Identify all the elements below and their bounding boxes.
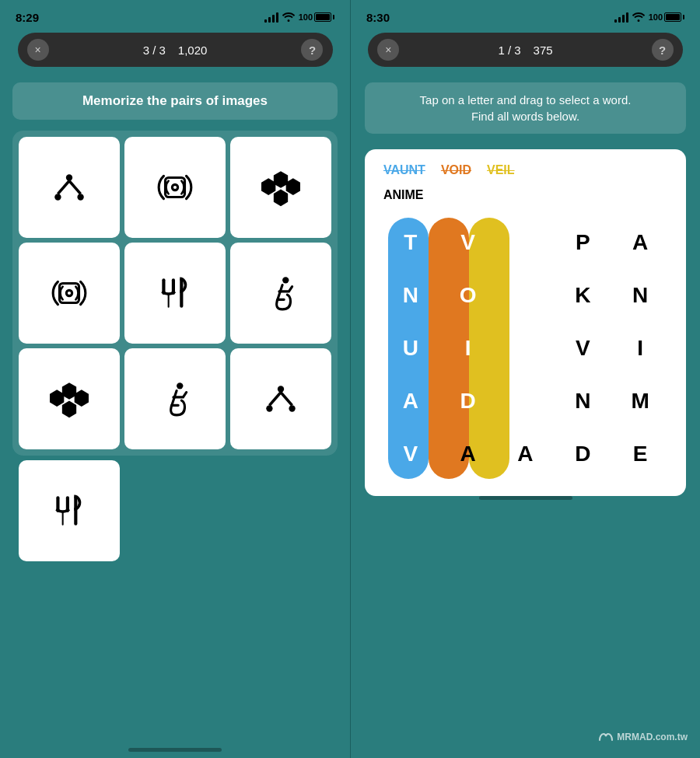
letter-cell-1-3[interactable]: K bbox=[554, 269, 611, 322]
right-signal-icon bbox=[614, 12, 628, 23]
letter-cell-4-1[interactable]: A bbox=[439, 428, 497, 480]
hub-icon-0 bbox=[50, 168, 89, 207]
letter-T: T bbox=[404, 230, 417, 255]
letter-cell-1-0[interactable]: N bbox=[382, 269, 439, 322]
letter-cell-2-4[interactable]: I bbox=[611, 322, 669, 375]
letter-cell-4-2[interactable]: A bbox=[497, 428, 555, 480]
letter-cell-3-4[interactable]: M bbox=[611, 375, 669, 428]
left-help-button[interactable]: ? bbox=[301, 39, 323, 61]
letter-I2: I bbox=[637, 336, 643, 361]
letter-K: K bbox=[575, 283, 590, 308]
letter-cell-3-1[interactable]: D bbox=[439, 375, 497, 428]
letter-cell-3-3[interactable]: N bbox=[554, 375, 611, 428]
letter-L: L bbox=[519, 389, 532, 414]
letter-cell-0-4[interactable]: A bbox=[611, 216, 669, 269]
svg-point-26 bbox=[266, 405, 272, 411]
letter-cell-2-2[interactable]: I bbox=[497, 322, 555, 375]
letter-V2: V bbox=[576, 336, 590, 361]
svg-point-14 bbox=[68, 292, 71, 295]
right-help-button[interactable]: ? bbox=[652, 39, 674, 61]
left-status-icons: 100 bbox=[264, 11, 334, 24]
grid-cell-1 bbox=[124, 137, 226, 238]
surround-sound-icon-1 bbox=[50, 274, 89, 313]
letter-cell-2-3[interactable]: V bbox=[554, 322, 611, 375]
letter-A3: A bbox=[517, 442, 533, 466]
left-phone-screen: 8:29 100 bbox=[0, 0, 350, 758]
restaurant-icon-0 bbox=[156, 274, 194, 313]
grid-cell-0 bbox=[19, 137, 120, 238]
letter-I0: I bbox=[465, 336, 471, 361]
grid-cell-8 bbox=[230, 348, 331, 449]
svg-marker-21 bbox=[50, 389, 64, 407]
word-vaunt: VAUNT bbox=[383, 163, 425, 177]
letter-cell-0-0[interactable]: T bbox=[382, 216, 439, 269]
word-card: VAUNT VOID VEIL ANIME T V V P A N bbox=[365, 149, 686, 496]
svg-point-27 bbox=[289, 405, 295, 411]
svg-marker-11 bbox=[274, 190, 288, 207]
extra-cell-0 bbox=[19, 460, 120, 561]
svg-rect-17 bbox=[168, 293, 170, 308]
wifi-icon bbox=[282, 11, 295, 24]
letter-P: P bbox=[576, 230, 590, 255]
letter-cell-1-2[interactable]: E bbox=[497, 269, 555, 322]
letter-cell-4-4[interactable]: E bbox=[611, 428, 669, 480]
letter-N1: N bbox=[632, 283, 648, 308]
surround-sound-icon-0 bbox=[156, 168, 194, 207]
letter-V1: V bbox=[518, 230, 533, 255]
letter-cell-2-1[interactable]: I bbox=[439, 322, 497, 375]
left-extra-row bbox=[12, 460, 338, 561]
grid-cell-5 bbox=[230, 243, 331, 344]
right-wifi-icon bbox=[632, 11, 645, 24]
svg-marker-22 bbox=[75, 389, 89, 407]
grid-cell-4 bbox=[124, 243, 226, 344]
letter-A1: A bbox=[403, 389, 418, 414]
letter-cell-4-0[interactable]: V bbox=[382, 428, 439, 480]
svg-rect-33 bbox=[74, 496, 77, 526]
letter-O: O bbox=[460, 283, 477, 308]
svg-point-7 bbox=[173, 186, 177, 189]
letter-U: U bbox=[403, 336, 418, 361]
letter-cell-2-0[interactable]: U bbox=[382, 322, 439, 375]
letter-I1: I bbox=[523, 336, 529, 361]
right-instruction-box: Tap on a letter and drag to select a wor… bbox=[365, 82, 686, 134]
letter-V3: V bbox=[404, 442, 418, 466]
letter-cell-0-1[interactable]: V bbox=[439, 216, 497, 269]
svg-point-24 bbox=[177, 382, 183, 389]
word-anime: ANIME bbox=[383, 188, 424, 201]
right-instruction-text: Tap on a letter and drag to select a wor… bbox=[420, 93, 632, 123]
letter-grid[interactable]: T V V P A N O E K N U I I V I A D L bbox=[382, 216, 669, 480]
svg-line-3 bbox=[58, 181, 69, 194]
right-close-button[interactable]: × bbox=[377, 39, 399, 61]
letter-D1: D bbox=[575, 442, 590, 466]
right-level: 1 / 3 bbox=[498, 44, 520, 57]
left-nav-progress: 3 / 3 1,020 bbox=[143, 44, 208, 57]
right-status-bar: 8:30 100 bbox=[351, 0, 700, 28]
letter-A2: A bbox=[460, 442, 476, 466]
svg-point-1 bbox=[54, 194, 61, 200]
letter-E1: E bbox=[633, 442, 648, 466]
svg-line-29 bbox=[281, 393, 292, 406]
letter-cell-3-0[interactable]: A bbox=[382, 375, 439, 428]
grid-cell-2 bbox=[230, 137, 331, 238]
svg-marker-8 bbox=[274, 171, 288, 188]
accessible-icon-1 bbox=[156, 379, 194, 418]
hub-icon-1 bbox=[261, 379, 300, 418]
word-veil: VEIL bbox=[487, 163, 515, 177]
honeycomb-icon-1 bbox=[50, 379, 89, 418]
letter-M: M bbox=[631, 389, 649, 414]
letter-cell-4-3[interactable]: D bbox=[554, 428, 611, 480]
letter-cell-0-2[interactable]: V bbox=[497, 216, 555, 269]
letter-N0: N bbox=[403, 283, 418, 308]
letter-cell-0-3[interactable]: P bbox=[554, 216, 611, 269]
letter-cell-1-4[interactable]: N bbox=[611, 269, 669, 322]
left-close-button[interactable]: × bbox=[27, 39, 49, 61]
right-nav-bar: × 1 / 3 375 ? bbox=[368, 33, 682, 67]
letter-cell-3-2[interactable]: L bbox=[497, 375, 555, 428]
svg-point-25 bbox=[278, 386, 284, 392]
left-status-bar: 8:29 100 bbox=[0, 0, 350, 28]
letter-cell-1-1[interactable]: O bbox=[439, 269, 497, 322]
letter-A0: A bbox=[632, 230, 648, 255]
battery-icon: 100 bbox=[299, 12, 334, 22]
left-time: 8:29 bbox=[16, 11, 39, 24]
letter-grid-container[interactable]: T V V P A N O E K N U I I V I A D L bbox=[377, 213, 674, 484]
